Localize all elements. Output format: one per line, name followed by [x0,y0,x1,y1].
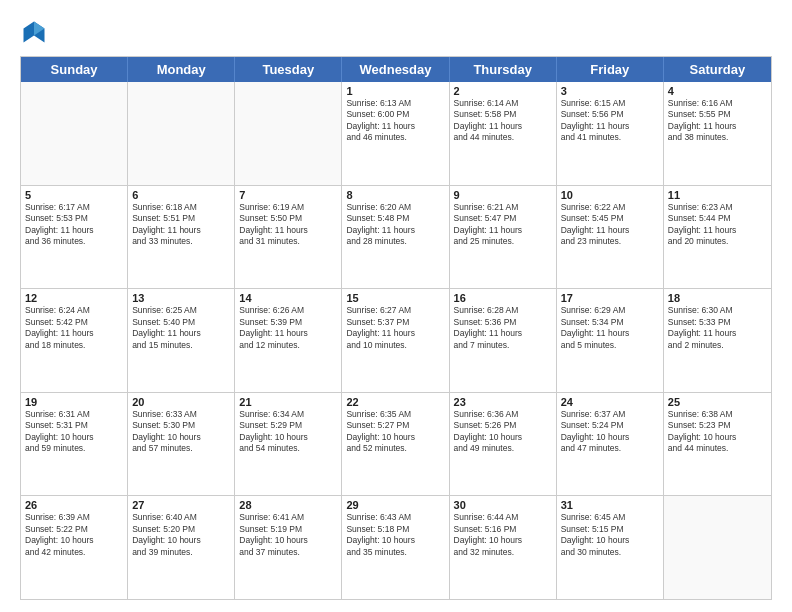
cell-sun-info: Sunrise: 6:28 AM Sunset: 5:36 PM Dayligh… [454,305,552,351]
day-number: 2 [454,85,552,97]
calendar-week-row: 19Sunrise: 6:31 AM Sunset: 5:31 PM Dayli… [21,393,771,497]
cell-sun-info: Sunrise: 6:45 AM Sunset: 5:15 PM Dayligh… [561,512,659,558]
calendar-cell: 12Sunrise: 6:24 AM Sunset: 5:42 PM Dayli… [21,289,128,392]
day-number: 20 [132,396,230,408]
calendar-cell: 26Sunrise: 6:39 AM Sunset: 5:22 PM Dayli… [21,496,128,599]
cell-sun-info: Sunrise: 6:29 AM Sunset: 5:34 PM Dayligh… [561,305,659,351]
cell-sun-info: Sunrise: 6:33 AM Sunset: 5:30 PM Dayligh… [132,409,230,455]
day-number: 16 [454,292,552,304]
calendar-cell [21,82,128,185]
cell-sun-info: Sunrise: 6:39 AM Sunset: 5:22 PM Dayligh… [25,512,123,558]
day-number: 28 [239,499,337,511]
logo [20,18,52,46]
cell-sun-info: Sunrise: 6:27 AM Sunset: 5:37 PM Dayligh… [346,305,444,351]
calendar-week-row: 26Sunrise: 6:39 AM Sunset: 5:22 PM Dayli… [21,496,771,599]
calendar-cell: 8Sunrise: 6:20 AM Sunset: 5:48 PM Daylig… [342,186,449,289]
calendar-cell: 14Sunrise: 6:26 AM Sunset: 5:39 PM Dayli… [235,289,342,392]
day-number: 4 [668,85,767,97]
cell-sun-info: Sunrise: 6:20 AM Sunset: 5:48 PM Dayligh… [346,202,444,248]
cell-sun-info: Sunrise: 6:44 AM Sunset: 5:16 PM Dayligh… [454,512,552,558]
day-number: 14 [239,292,337,304]
cell-sun-info: Sunrise: 6:23 AM Sunset: 5:44 PM Dayligh… [668,202,767,248]
day-number: 6 [132,189,230,201]
calendar-cell: 25Sunrise: 6:38 AM Sunset: 5:23 PM Dayli… [664,393,771,496]
calendar-cell: 23Sunrise: 6:36 AM Sunset: 5:26 PM Dayli… [450,393,557,496]
cell-sun-info: Sunrise: 6:40 AM Sunset: 5:20 PM Dayligh… [132,512,230,558]
day-number: 24 [561,396,659,408]
calendar-cell: 24Sunrise: 6:37 AM Sunset: 5:24 PM Dayli… [557,393,664,496]
day-number: 21 [239,396,337,408]
cell-sun-info: Sunrise: 6:38 AM Sunset: 5:23 PM Dayligh… [668,409,767,455]
day-number: 1 [346,85,444,97]
calendar-cell: 18Sunrise: 6:30 AM Sunset: 5:33 PM Dayli… [664,289,771,392]
cell-sun-info: Sunrise: 6:22 AM Sunset: 5:45 PM Dayligh… [561,202,659,248]
cell-sun-info: Sunrise: 6:41 AM Sunset: 5:19 PM Dayligh… [239,512,337,558]
calendar-cell: 29Sunrise: 6:43 AM Sunset: 5:18 PM Dayli… [342,496,449,599]
cell-sun-info: Sunrise: 6:30 AM Sunset: 5:33 PM Dayligh… [668,305,767,351]
header [20,18,772,46]
calendar-cell: 27Sunrise: 6:40 AM Sunset: 5:20 PM Dayli… [128,496,235,599]
day-number: 17 [561,292,659,304]
calendar-cell: 19Sunrise: 6:31 AM Sunset: 5:31 PM Dayli… [21,393,128,496]
cell-sun-info: Sunrise: 6:26 AM Sunset: 5:39 PM Dayligh… [239,305,337,351]
cell-sun-info: Sunrise: 6:13 AM Sunset: 6:00 PM Dayligh… [346,98,444,144]
calendar-week-row: 1Sunrise: 6:13 AM Sunset: 6:00 PM Daylig… [21,82,771,186]
calendar-cell: 7Sunrise: 6:19 AM Sunset: 5:50 PM Daylig… [235,186,342,289]
cell-sun-info: Sunrise: 6:15 AM Sunset: 5:56 PM Dayligh… [561,98,659,144]
day-number: 8 [346,189,444,201]
day-number: 5 [25,189,123,201]
day-number: 27 [132,499,230,511]
cell-sun-info: Sunrise: 6:21 AM Sunset: 5:47 PM Dayligh… [454,202,552,248]
calendar-cell [235,82,342,185]
day-number: 13 [132,292,230,304]
calendar-cell: 3Sunrise: 6:15 AM Sunset: 5:56 PM Daylig… [557,82,664,185]
cell-sun-info: Sunrise: 6:37 AM Sunset: 5:24 PM Dayligh… [561,409,659,455]
calendar-cell: 1Sunrise: 6:13 AM Sunset: 6:00 PM Daylig… [342,82,449,185]
day-number: 22 [346,396,444,408]
day-number: 3 [561,85,659,97]
calendar-cell: 11Sunrise: 6:23 AM Sunset: 5:44 PM Dayli… [664,186,771,289]
day-number: 29 [346,499,444,511]
cell-sun-info: Sunrise: 6:16 AM Sunset: 5:55 PM Dayligh… [668,98,767,144]
day-number: 30 [454,499,552,511]
cell-sun-info: Sunrise: 6:18 AM Sunset: 5:51 PM Dayligh… [132,202,230,248]
cell-sun-info: Sunrise: 6:34 AM Sunset: 5:29 PM Dayligh… [239,409,337,455]
day-number: 15 [346,292,444,304]
day-number: 7 [239,189,337,201]
calendar-cell: 22Sunrise: 6:35 AM Sunset: 5:27 PM Dayli… [342,393,449,496]
cell-sun-info: Sunrise: 6:19 AM Sunset: 5:50 PM Dayligh… [239,202,337,248]
calendar-cell: 17Sunrise: 6:29 AM Sunset: 5:34 PM Dayli… [557,289,664,392]
calendar-week-row: 12Sunrise: 6:24 AM Sunset: 5:42 PM Dayli… [21,289,771,393]
calendar-header-cell: Sunday [21,57,128,82]
calendar-cell: 2Sunrise: 6:14 AM Sunset: 5:58 PM Daylig… [450,82,557,185]
day-number: 31 [561,499,659,511]
logo-icon [20,18,48,46]
calendar-cell: 28Sunrise: 6:41 AM Sunset: 5:19 PM Dayli… [235,496,342,599]
cell-sun-info: Sunrise: 6:43 AM Sunset: 5:18 PM Dayligh… [346,512,444,558]
page: SundayMondayTuesdayWednesdayThursdayFrid… [0,0,792,612]
calendar-cell: 5Sunrise: 6:17 AM Sunset: 5:53 PM Daylig… [21,186,128,289]
day-number: 10 [561,189,659,201]
calendar-cell: 15Sunrise: 6:27 AM Sunset: 5:37 PM Dayli… [342,289,449,392]
calendar-header-cell: Thursday [450,57,557,82]
day-number: 25 [668,396,767,408]
day-number: 12 [25,292,123,304]
calendar-cell: 20Sunrise: 6:33 AM Sunset: 5:30 PM Dayli… [128,393,235,496]
calendar-cell: 10Sunrise: 6:22 AM Sunset: 5:45 PM Dayli… [557,186,664,289]
calendar-body: 1Sunrise: 6:13 AM Sunset: 6:00 PM Daylig… [21,82,771,599]
cell-sun-info: Sunrise: 6:25 AM Sunset: 5:40 PM Dayligh… [132,305,230,351]
calendar-cell: 31Sunrise: 6:45 AM Sunset: 5:15 PM Dayli… [557,496,664,599]
calendar-header-cell: Saturday [664,57,771,82]
calendar-header-cell: Friday [557,57,664,82]
cell-sun-info: Sunrise: 6:17 AM Sunset: 5:53 PM Dayligh… [25,202,123,248]
day-number: 18 [668,292,767,304]
day-number: 11 [668,189,767,201]
calendar-cell [128,82,235,185]
calendar-header-cell: Wednesday [342,57,449,82]
cell-sun-info: Sunrise: 6:36 AM Sunset: 5:26 PM Dayligh… [454,409,552,455]
calendar-week-row: 5Sunrise: 6:17 AM Sunset: 5:53 PM Daylig… [21,186,771,290]
calendar-cell: 16Sunrise: 6:28 AM Sunset: 5:36 PM Dayli… [450,289,557,392]
calendar-header-cell: Tuesday [235,57,342,82]
calendar-cell: 30Sunrise: 6:44 AM Sunset: 5:16 PM Dayli… [450,496,557,599]
calendar: SundayMondayTuesdayWednesdayThursdayFrid… [20,56,772,600]
